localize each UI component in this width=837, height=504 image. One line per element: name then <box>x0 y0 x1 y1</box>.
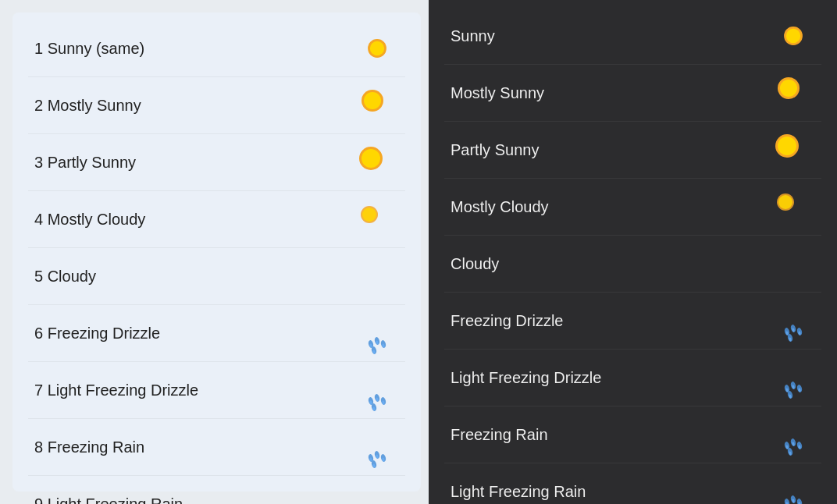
svg-point-140 <box>781 483 809 497</box>
weather-label: Mostly Sunny <box>451 84 544 102</box>
svg-point-25 <box>365 325 393 339</box>
svg-point-61 <box>365 495 393 504</box>
svg-point-130 <box>789 422 810 435</box>
weather-item: Mostly Sunny <box>444 65 821 122</box>
weather-label: Mostly Cloudy <box>451 198 549 216</box>
weather-item: 8 Freezing Rain <box>28 419 405 476</box>
svg-point-50 <box>365 436 383 449</box>
svg-point-28 <box>371 319 386 330</box>
weather-item: Light Freezing Drizzle <box>444 350 821 406</box>
light-freezing-rain-icon <box>355 484 399 504</box>
weather-label: 9 Light Freezing Rain <box>34 495 183 505</box>
weather-item: Freezing Drizzle <box>444 293 821 350</box>
svg-point-118 <box>789 365 810 378</box>
svg-point-52 <box>371 433 386 444</box>
weather-label: 1 Sunny (same) <box>34 40 144 58</box>
svg-point-117 <box>781 367 800 379</box>
weather-item: 4 Mostly Cloudy <box>28 191 405 248</box>
svg-point-81 <box>786 29 800 43</box>
cloudy-icon <box>771 243 815 284</box>
partly-sunny-icon <box>355 142 399 183</box>
svg-point-51 <box>373 435 394 447</box>
svg-point-89 <box>778 137 796 155</box>
svg-point-105 <box>781 310 800 322</box>
weather-label: 2 Mostly Sunny <box>34 97 141 115</box>
svg-point-4 <box>364 92 381 109</box>
svg-point-107 <box>787 307 803 318</box>
weather-item: 7 Light Freezing Drizzle <box>28 362 405 419</box>
mostly-cloudy-icon <box>355 199 399 240</box>
weather-label: Sunny <box>451 27 495 45</box>
svg-point-104 <box>781 312 809 326</box>
weather-label: Freezing Drizzle <box>451 312 563 330</box>
weather-label: 7 Light Freezing Drizzle <box>34 382 198 399</box>
freezing-rain-icon <box>771 414 815 455</box>
light-panel: 1 Sunny (same) 2 Mostly Sunny 3 Partly S… <box>12 12 421 492</box>
weather-label: 6 Freezing Drizzle <box>34 325 160 343</box>
weather-label: 4 Mostly Cloudy <box>34 211 145 229</box>
svg-point-106 <box>789 308 810 321</box>
light-freezing-drizzle-icon <box>771 357 815 398</box>
svg-point-16 <box>362 208 376 222</box>
svg-point-49 <box>365 438 393 453</box>
dark-panel: Sunny Mostly Sunny Partly Sunny Mostly C… <box>429 0 837 504</box>
svg-point-22 <box>363 272 382 286</box>
weather-item: 9 Light Freezing Rain <box>28 476 405 504</box>
weather-label: Partly Sunny <box>451 141 539 159</box>
svg-point-64 <box>371 490 386 501</box>
weather-label: Light Freezing Drizzle <box>451 369 601 387</box>
svg-point-119 <box>787 364 803 374</box>
svg-point-101 <box>779 260 798 274</box>
weather-label: 5 Cloudy <box>34 268 96 286</box>
light-freezing-drizzle-icon <box>355 370 399 410</box>
svg-point-102 <box>788 258 808 272</box>
weather-item: 5 Cloudy <box>28 248 405 305</box>
weather-label: Cloudy <box>451 255 499 273</box>
freezing-drizzle-icon <box>771 300 815 341</box>
svg-point-96 <box>779 208 810 224</box>
svg-point-40 <box>371 376 386 387</box>
weather-label: Light Freezing Rain <box>451 483 586 501</box>
svg-point-100 <box>778 262 809 278</box>
weather-label: Freezing Rain <box>451 426 548 444</box>
weather-item: Mostly Cloudy <box>444 179 821 236</box>
svg-point-141 <box>781 481 800 493</box>
mostly-sunny-icon <box>355 85 399 126</box>
weather-item: 3 Partly Sunny <box>28 134 405 191</box>
weather-label: 8 Freezing Rain <box>34 438 144 456</box>
light-freezing-rain-icon <box>771 471 815 504</box>
freezing-drizzle-icon <box>355 313 399 353</box>
svg-point-128 <box>781 426 809 440</box>
svg-point-143 <box>787 477 803 488</box>
weather-item: Freezing Rain <box>444 406 821 463</box>
svg-point-23 <box>372 271 392 285</box>
svg-point-131 <box>787 421 803 431</box>
weather-item: 6 Freezing Drizzle <box>28 305 405 362</box>
svg-point-17 <box>363 221 394 236</box>
weather-label: 3 Partly Sunny <box>34 154 136 172</box>
svg-point-95 <box>778 195 792 209</box>
sunny-icon <box>771 16 815 56</box>
svg-point-2 <box>370 41 384 55</box>
freezing-rain-icon <box>355 427 399 467</box>
svg-point-83 <box>780 80 797 97</box>
svg-point-63 <box>373 492 394 504</box>
svg-point-129 <box>781 424 800 436</box>
weather-item: Partly Sunny <box>444 122 821 179</box>
svg-point-26 <box>365 322 383 335</box>
svg-point-39 <box>373 378 394 390</box>
weather-item: 2 Mostly Sunny <box>28 77 405 134</box>
mostly-cloudy-icon <box>771 186 815 227</box>
mostly-sunny-icon <box>771 73 815 113</box>
svg-point-21 <box>362 275 393 290</box>
svg-point-142 <box>789 479 810 492</box>
partly-sunny-icon <box>771 130 815 170</box>
svg-point-27 <box>373 321 394 333</box>
weather-item: Light Freezing Rain <box>444 463 821 504</box>
weather-item: Sunny <box>444 8 821 65</box>
svg-point-62 <box>365 493 383 504</box>
svg-point-10 <box>362 149 380 168</box>
sunny-icon <box>355 28 399 69</box>
cloudy-icon <box>355 256 399 296</box>
weather-item: 1 Sunny (same) <box>28 20 405 77</box>
